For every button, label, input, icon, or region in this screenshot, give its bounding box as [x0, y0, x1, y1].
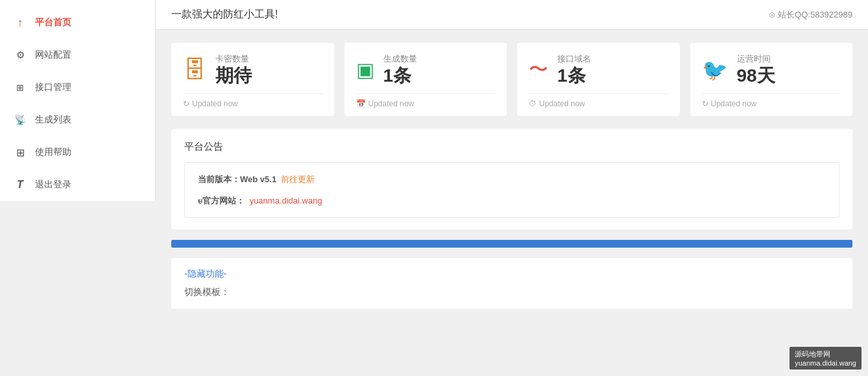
sidebar: ↑ 平台首页 ⚙ 网站配置 ⊞ 接口管理 📡 生成列表 ⊞ 使用帮助 T 退出登… — [0, 0, 156, 376]
version-line: 当前版本：Web v5.1 前往更新 — [198, 172, 826, 187]
card-count-footer-text: Updated now — [192, 99, 238, 108]
generate-count-value: 1条 — [383, 65, 417, 87]
version-label: 当前版本：Web v5.1 — [198, 174, 276, 184]
stat-card-count: 🗄 卡密数量 期待 ↻ Updated now — [171, 43, 334, 116]
sidebar-item-home[interactable]: ↑ 平台首页 — [0, 6, 155, 39]
hidden-section: -隐藏功能- 切换模板： — [171, 258, 852, 309]
sidebar-item-site-config[interactable]: ⚙ 网站配置 — [0, 39, 155, 71]
sidebar-item-interface[interactable]: ⊞ 接口管理 — [0, 71, 155, 104]
sidebar-item-logout[interactable]: T 退出登录 — [0, 169, 155, 201]
interface-domain-footer-text: Updated now — [539, 99, 585, 108]
hidden-title: -隐藏功能- — [184, 268, 839, 280]
website-link[interactable]: yuanma.didai.wang — [250, 196, 322, 206]
runtime-footer-text: Updated now — [711, 99, 757, 108]
runtime-value: 98天 — [737, 65, 775, 87]
card-count-value: 期待 — [215, 65, 252, 87]
stat-runtime: 🐦 运营时间 98天 ↻ Updated now — [690, 43, 853, 116]
sidebar-item-generate-list[interactable]: 📡 生成列表 — [0, 104, 155, 136]
interface-icon: ⊞ — [13, 80, 27, 95]
interface-domain-value: 1条 — [557, 65, 591, 87]
topbar-right: ⊙ 站长QQ:583922989 — [769, 9, 852, 21]
website-line: ᵾ官方网站： yuanma.didai.wang — [198, 193, 826, 208]
topbar-title: 一款强大的防红小工具! — [171, 8, 278, 21]
interface-domain-footer-icon: ⏱ — [529, 99, 536, 108]
blue-divider — [171, 240, 852, 248]
wallet-icon: ▣ — [356, 58, 374, 81]
stat-interface-domain: 〜 接口域名 1条 ⏱ Updated now — [517, 43, 680, 116]
watermark-line1: 源码地带网 — [795, 349, 856, 359]
topbar: 一款强大的防红小工具! ⊙ 站长QQ:583922989 — [156, 0, 868, 30]
database-icon: 🗄 — [183, 56, 206, 84]
update-link[interactable]: 前往更新 — [281, 174, 315, 184]
twitter-icon: 🐦 — [702, 58, 728, 82]
card-count-label: 卡密数量 — [215, 53, 252, 65]
announcement-body: 当前版本：Web v5.1 前往更新 ᵾ官方网站： yuanma.didai.w… — [184, 162, 839, 218]
sidebar-label-logout: 退出登录 — [35, 179, 71, 191]
generate-count-footer-icon: 📅 — [356, 99, 366, 108]
home-icon: ↑ — [13, 16, 27, 30]
pulse-icon: 〜 — [529, 56, 548, 83]
sidebar-item-help[interactable]: ⊞ 使用帮助 — [0, 136, 155, 169]
sidebar-label-help: 使用帮助 — [35, 147, 71, 158]
interface-domain-label: 接口域名 — [557, 53, 591, 65]
main-content: 一款强大的防红小工具! ⊙ 站长QQ:583922989 🗄 卡密数量 期待 ↻… — [156, 0, 868, 376]
sidebar-label-interface: 接口管理 — [35, 82, 71, 93]
card-count-footer-icon: ↻ — [183, 99, 189, 108]
stat-generate-count: ▣ 生成数量 1条 📅 Updated now — [344, 43, 507, 116]
stats-row: 🗄 卡密数量 期待 ↻ Updated now ▣ 生成数量 — [171, 43, 852, 116]
switch-template-label: 切换模板： — [184, 287, 839, 298]
announcement-card: 平台公告 当前版本：Web v5.1 前往更新 ᵾ官方网站： yuanma.di… — [171, 129, 852, 230]
runtime-label: 运营时间 — [737, 53, 775, 65]
sidebar-label-home: 平台首页 — [35, 17, 71, 29]
config-icon: ⚙ — [13, 48, 27, 62]
announcement-title: 平台公告 — [184, 141, 839, 153]
content-area: 🗄 卡密数量 期待 ↻ Updated now ▣ 生成数量 — [156, 30, 868, 322]
generate-count-label: 生成数量 — [383, 53, 417, 65]
sidebar-label-generate-list: 生成列表 — [35, 114, 71, 126]
watermark: 源码地带网 yuanma.didai.wang — [790, 347, 862, 370]
help-icon: ⊞ — [13, 145, 27, 159]
sidebar-label-site-config: 网站配置 — [35, 49, 71, 61]
logout-icon: T — [13, 178, 27, 192]
runtime-footer-icon: ↻ — [702, 99, 708, 108]
website-prefix-icon: ᵾ官方网站： — [198, 196, 245, 206]
generate-count-footer-text: Updated now — [368, 99, 415, 108]
generate-icon: 📡 — [13, 113, 27, 127]
watermark-line2: yuanma.didai.wang — [795, 359, 856, 367]
